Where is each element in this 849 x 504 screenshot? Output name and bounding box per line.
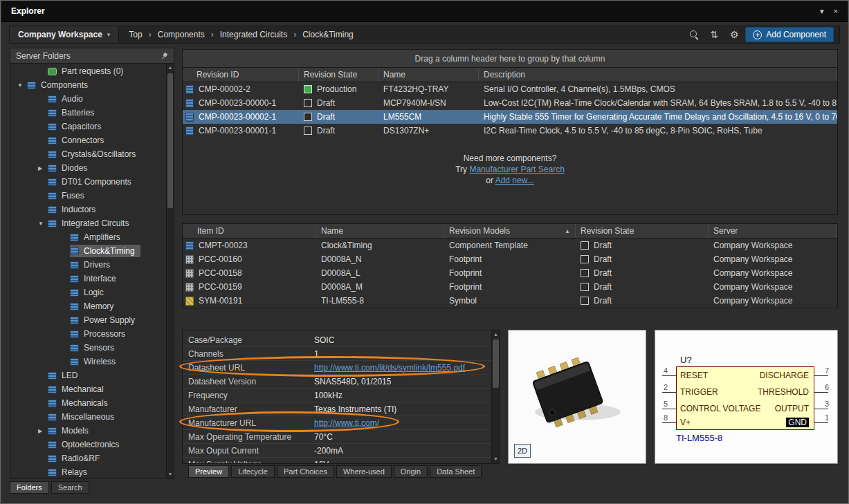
sidebar-item-diodes[interactable]: ▶Diodes (10, 161, 166, 175)
column-header-item-id[interactable]: Item ID (183, 224, 316, 238)
expander-icon[interactable]: ▶ (38, 165, 48, 171)
add-new-link[interactable]: Add new... (495, 176, 534, 185)
footprint-icon (185, 283, 194, 292)
sidebar-item-processors[interactable]: Processors (10, 327, 166, 341)
expander-icon[interactable]: ▼ (38, 221, 48, 227)
breadcrumb-integrated-circuits[interactable]: Integrated Circuits (220, 30, 287, 39)
tab-data-sheet[interactable]: Data Sheet (430, 465, 482, 478)
scrollbar-thumb[interactable] (167, 73, 173, 208)
sidebar-item-components[interactable]: ▼Components (10, 78, 166, 92)
tab-folders[interactable]: Folders (10, 481, 49, 494)
sidebar-item-connectors[interactable]: Connectors (10, 133, 166, 147)
column-header-revision-id[interactable]: Revision ID (183, 68, 299, 82)
pin-line (814, 422, 828, 423)
pin-icon[interactable] (158, 50, 170, 62)
sidebar-item-led[interactable]: LED (10, 368, 166, 382)
sidebar-item-fuses[interactable]: Fuses (10, 189, 166, 203)
panel-menu-icon[interactable]: ▾ (820, 7, 824, 16)
sidebar-item-part-requests[interactable]: Part requests (0) (10, 64, 166, 78)
table-row[interactable]: PCC-00158 D0008A_L Footprint Draft Compa… (183, 266, 837, 280)
sidebar-item-clock-timing[interactable]: Clock&Timing (10, 244, 166, 258)
sidebar-item-dt01-components[interactable]: DT01 Components (10, 175, 166, 189)
settings-button[interactable]: ⚙ (725, 27, 743, 42)
manufacturer-part-search-link[interactable]: Manufacturer Part Search (469, 165, 564, 174)
sidebar-item-power-supply[interactable]: Power Supply (10, 313, 166, 327)
column-header-description[interactable]: Description (479, 68, 837, 82)
sidebar-item-capacitors[interactable]: Capacitors (10, 120, 166, 133)
sidebar-item-memory[interactable]: Memory (10, 299, 166, 313)
sidebar-scrollbar[interactable]: ▲ ▼ (166, 64, 174, 478)
scroll-up-icon[interactable]: ▲ (167, 64, 174, 72)
group-by-bar[interactable]: Drag a column header here to group by th… (183, 50, 837, 68)
sidebar-item-relays[interactable]: Relays (10, 465, 166, 478)
expander-icon[interactable]: ▼ (17, 82, 27, 88)
breadcrumb-separator-icon: › (293, 30, 296, 39)
tab-origin[interactable]: Origin (394, 465, 428, 478)
sidebar-item-radio-rf[interactable]: Radio&RF (10, 451, 166, 465)
sidebar-item-integrated-circuits[interactable]: ▼Integrated Circuits (10, 216, 166, 230)
sidebar-item-label: Mechanicals (62, 398, 108, 408)
breadcrumb-clock-timing[interactable]: Clock&Timing (302, 30, 354, 39)
table-row[interactable]: CMPT-00023 Clock&Timing Component Templa… (183, 239, 837, 252)
component-icon (185, 113, 194, 122)
tab-where-used[interactable]: Where-used (336, 465, 392, 478)
selected-folder-highlight: Clock&Timing (70, 245, 140, 257)
property-value: Texas Instruments (TI) (314, 404, 396, 414)
tab-search[interactable]: Search (51, 481, 89, 494)
sync-button[interactable]: ⇅ (705, 27, 723, 42)
folder-icon (48, 95, 57, 103)
manufacturer-url-link[interactable]: http://www.ti.com/ (314, 418, 379, 428)
sidebar-item-crystals-oscillators[interactable]: Crystals&Oscillators (10, 147, 166, 161)
sidebar-item-amplifiers[interactable]: Amplifiers (10, 230, 166, 244)
sidebar-item-optoelectronics[interactable]: Optoelectronics (10, 438, 166, 451)
tab-preview[interactable]: Preview (188, 465, 229, 478)
sidebar-item-mechanicals[interactable]: Mechanicals (10, 396, 166, 410)
workspace-selector[interactable]: Company Workspace ▾ (10, 26, 119, 43)
sidebar-item-logic[interactable]: Logic (10, 286, 166, 299)
tab-lifecycle[interactable]: Lifecycle (231, 465, 275, 478)
sidebar-item-wireless[interactable]: Wireless (10, 355, 166, 368)
sidebar-item-sensors[interactable]: Sensors (10, 341, 166, 355)
column-header-revision-state[interactable]: Revision State (299, 68, 378, 82)
table-row[interactable]: SYM-00191 TI-LM555-8 Symbol Draft Compan… (183, 294, 837, 308)
breadcrumb-components[interactable]: Components (158, 30, 205, 39)
table-row[interactable]: CMP-00023-00001-1 Draft DS1307ZN+ I2C Re… (183, 124, 837, 138)
column-header-revision-state[interactable]: Revision State (576, 224, 709, 238)
tab-part-choices[interactable]: Part Choices (277, 465, 334, 478)
property-label: Max Operating Temperature (183, 432, 314, 442)
column-header-revision-models[interactable]: Revision Models▲ (444, 224, 576, 238)
sidebar-item-interface[interactable]: Interface (10, 272, 166, 286)
sidebar-item-miscellaneous[interactable]: Miscellaneous (10, 410, 166, 424)
state-draft-icon (304, 127, 312, 135)
table-row-selected[interactable]: CMP-00023-00002-1 Draft LM555CM Highly S… (183, 110, 837, 124)
datasheet-url-link[interactable]: http://www.ti.com/lit/ds/symlink/lm555.p… (314, 363, 465, 373)
folder-icon (27, 82, 36, 89)
column-header-server[interactable]: Server (709, 224, 837, 238)
table-row[interactable]: CMP-00023-00000-1 Draft MCP7940M-I/SN Lo… (183, 96, 837, 110)
scrollbar-thumb[interactable] (493, 339, 499, 388)
column-header-name[interactable]: Name (378, 68, 479, 82)
state-draft-icon (581, 241, 589, 250)
sidebar-item-audio[interactable]: Audio (10, 92, 166, 106)
expander-icon[interactable]: ▶ (38, 428, 48, 434)
search-button[interactable] (685, 27, 703, 42)
table-row[interactable]: PCC-00159 D0008A_M Footprint Draft Compa… (183, 280, 837, 294)
scroll-down-icon[interactable]: ▼ (492, 455, 500, 463)
properties-scrollbar[interactable]: ▲ ▼ (491, 330, 500, 463)
scroll-up-icon[interactable]: ▲ (492, 330, 500, 339)
column-header-name[interactable]: Name (316, 224, 444, 238)
sidebar-item-inductors[interactable]: Inductors (10, 203, 166, 216)
sidebar-item-mechanical[interactable]: Mechanical (10, 382, 166, 396)
item-name: D0008A_M (316, 280, 444, 294)
table-row[interactable]: PCC-00160 D0008A_N Footprint Draft Compa… (183, 252, 837, 266)
breadcrumb-top[interactable]: Top (129, 30, 142, 39)
sidebar-item-drivers[interactable]: Drivers (10, 258, 166, 272)
table-row[interactable]: CMP-00002-2 Production FT4232HQ-TRAY Ser… (183, 82, 837, 96)
close-icon[interactable]: × (834, 7, 838, 16)
folder-icon (48, 441, 57, 449)
view-2d-button[interactable]: 2D (514, 444, 531, 458)
add-component-button[interactable]: + Add Component (745, 27, 834, 42)
sidebar-item-batteries[interactable]: Batteries (10, 106, 166, 120)
scroll-down-icon[interactable]: ▼ (167, 470, 174, 478)
sidebar-item-models[interactable]: ▶Models (10, 424, 166, 438)
